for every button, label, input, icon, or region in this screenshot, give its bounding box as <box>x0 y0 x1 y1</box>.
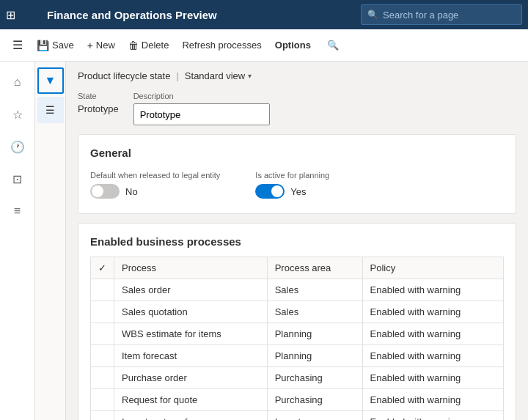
column-header-policy: Policy <box>362 257 503 279</box>
hamburger-icon: ☰ <box>12 38 23 52</box>
sidebar-item-recent[interactable]: 🕐 <box>3 132 32 161</box>
planning-toggle-text: Yes <box>290 186 306 197</box>
state-field: State Prototype <box>78 92 119 125</box>
main-layout: ⌂ ☆ 🕐 ⊡ ≡ ▼ ☰ Product lifecycle state | <box>0 62 528 420</box>
row-policy: Enabled with warning <box>362 301 503 323</box>
chevron-down-icon: ▾ <box>248 72 252 80</box>
table-row[interactable]: Sales quotation Sales Enabled with warni… <box>91 301 504 323</box>
row-area: Purchasing <box>267 367 362 389</box>
sidebar-item-favorites[interactable]: ☆ <box>3 100 32 129</box>
row-process: Inventory transfer <box>114 411 268 421</box>
table-row[interactable]: Item forecast Planning Enabled with warn… <box>91 345 504 367</box>
business-processes-section: Enabled business processes ✓ Process Pro… <box>78 223 516 420</box>
list-view-button[interactable]: ☰ <box>37 97 64 123</box>
new-button[interactable]: + New <box>81 35 121 56</box>
bp-section-title: Enabled business processes <box>90 235 504 248</box>
row-policy: Enabled with warning <box>362 389 503 411</box>
state-value: Prototype <box>78 103 119 114</box>
row-check <box>91 345 114 367</box>
new-label: New <box>96 40 115 51</box>
modules-icon: ≡ <box>14 205 21 218</box>
row-check <box>91 323 114 345</box>
default-toggle-switch[interactable] <box>90 184 120 199</box>
workspace-icon: ⊡ <box>12 172 22 186</box>
options-button[interactable]: Options <box>269 35 317 55</box>
list-view-icon: ☰ <box>45 104 55 116</box>
bp-table: ✓ Process Process area Policy Sales orde… <box>90 257 504 420</box>
planning-toggle-control: Yes <box>255 184 329 199</box>
row-check <box>91 279 114 301</box>
delete-icon: 🗑 <box>128 40 139 51</box>
sidebar-item-modules[interactable]: ≡ <box>3 196 32 226</box>
default-toggle-label: Default when released to legal entity <box>90 171 220 180</box>
planning-toggle-group: Is active for planning Yes <box>255 171 329 199</box>
row-area: Sales <box>267 301 362 323</box>
column-header-area: Process area <box>267 257 362 279</box>
planning-toggle-label: Is active for planning <box>255 171 329 180</box>
sidebar-item-workspace[interactable]: ⊡ <box>3 164 32 194</box>
row-check <box>91 389 114 411</box>
row-process: WBS estimate for items <box>114 323 268 345</box>
default-toggle-control: No <box>90 184 220 199</box>
delete-label: Delete <box>142 40 169 51</box>
search-button[interactable]: 🔍 <box>321 35 345 55</box>
description-field: Description <box>133 92 270 125</box>
form-fields-row: State Prototype Description <box>78 92 516 125</box>
row-area: Sales <box>267 279 362 301</box>
row-process: Request for quote <box>114 389 268 411</box>
row-area: Purchasing <box>267 389 362 411</box>
table-row[interactable]: Request for quote Purchasing Enabled wit… <box>91 389 504 411</box>
left-sidebar: ⌂ ☆ 🕐 ⊡ ≡ <box>0 62 35 420</box>
hamburger-button[interactable]: ☰ <box>6 34 29 57</box>
star-icon: ☆ <box>12 108 23 122</box>
default-toggle-group: Default when released to legal entity No <box>90 171 220 199</box>
row-policy: Enabled with warning <box>362 345 503 367</box>
breadcrumb-separator: | <box>176 70 178 81</box>
table-row[interactable]: Purchase order Purchasing Enabled with w… <box>91 367 504 389</box>
description-input[interactable] <box>133 103 270 125</box>
row-check <box>91 301 114 323</box>
filter-panel: ▼ ☰ <box>35 62 66 420</box>
state-label: State <box>78 92 119 100</box>
delete-button[interactable]: 🗑 Delete <box>122 35 175 56</box>
search-icon: 🔍 <box>367 10 378 20</box>
breadcrumb: Product lifecycle state | Standard view … <box>78 70 516 81</box>
row-process: Sales quotation <box>114 301 268 323</box>
row-area: Inventory <box>267 411 362 421</box>
table-row[interactable]: Sales order Sales Enabled with warning <box>91 279 504 301</box>
refresh-button[interactable]: Refresh processes <box>176 35 267 55</box>
planning-toggle-thumb <box>271 185 283 197</box>
refresh-label: Refresh processes <box>182 40 261 51</box>
row-policy: Enabled with warning <box>362 367 503 389</box>
save-button[interactable]: 💾 Save <box>31 35 80 56</box>
general-section: General Default when released to legal e… <box>78 134 516 214</box>
table-row[interactable]: Inventory transfer Inventory Enabled wit… <box>91 411 504 421</box>
search-placeholder: Search for a page <box>383 10 458 21</box>
recent-icon: 🕐 <box>10 140 25 154</box>
row-check <box>91 367 114 389</box>
row-process: Sales order <box>114 279 268 301</box>
row-check <box>91 411 114 421</box>
content-area: Product lifecycle state | Standard view … <box>66 62 528 420</box>
row-policy: Enabled with warning <box>362 411 503 421</box>
top-navigation-bar: ⊞ Finance and Operations Preview 🔍 Searc… <box>0 0 528 29</box>
grid-menu-icon[interactable]: ⊞ <box>6 8 23 22</box>
global-search[interactable]: 🔍 Search for a page <box>361 4 522 25</box>
command-bar: ☰ 💾 Save + New 🗑 Delete Refresh processe… <box>0 29 528 62</box>
row-policy: Enabled with warning <box>362 323 503 345</box>
table-row[interactable]: WBS estimate for items Planning Enabled … <box>91 323 504 345</box>
home-icon: ⌂ <box>14 75 21 89</box>
table-header-row: ✓ Process Process area Policy <box>91 257 504 279</box>
toggle-row: Default when released to legal entity No… <box>90 171 504 199</box>
default-toggle-text: No <box>125 186 138 197</box>
filter-button[interactable]: ▼ <box>37 67 64 94</box>
view-selector[interactable]: Standard view ▾ <box>185 70 252 81</box>
row-process: Item forecast <box>114 345 268 367</box>
row-process: Purchase order <box>114 367 268 389</box>
planning-toggle-switch[interactable] <box>255 184 285 199</box>
sidebar-item-home[interactable]: ⌂ <box>3 67 32 97</box>
general-title: General <box>90 147 504 159</box>
search-cmd-icon: 🔍 <box>327 40 339 51</box>
column-header-check: ✓ <box>91 257 114 279</box>
default-toggle-thumb <box>92 185 103 197</box>
